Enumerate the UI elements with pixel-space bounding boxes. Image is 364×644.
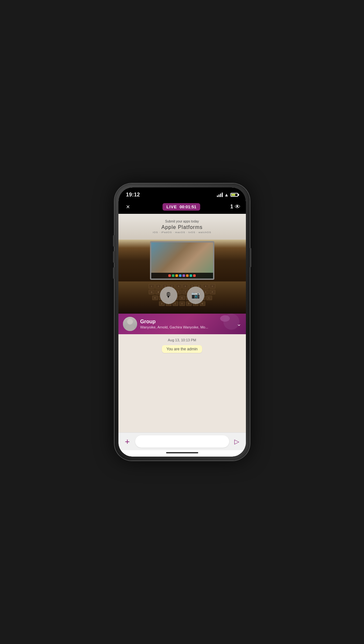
video-area: Submit your apps today Apple Platforms i… bbox=[118, 214, 246, 314]
live-viewers: 1 👁 bbox=[230, 204, 241, 210]
mic-icon: 🎙 bbox=[165, 291, 172, 299]
eye-icon: 👁 bbox=[235, 204, 240, 210]
signal-icon bbox=[217, 193, 223, 197]
group-avatar bbox=[123, 317, 137, 331]
header-decoration-2 bbox=[223, 314, 239, 330]
close-button[interactable]: × bbox=[124, 202, 133, 211]
camera-flip-button[interactable]: 📷 bbox=[187, 287, 204, 304]
dock-icon bbox=[175, 274, 178, 277]
dock-icon bbox=[182, 274, 185, 277]
camera-flip-icon: 📷 bbox=[191, 291, 200, 299]
battery-icon bbox=[230, 193, 238, 197]
dock-bar bbox=[151, 273, 213, 279]
avatar-person bbox=[123, 317, 137, 331]
dock-icon bbox=[168, 274, 171, 277]
admin-badge: You are the admin bbox=[162, 345, 202, 353]
website-title: Apple Platforms bbox=[162, 224, 203, 230]
group-name: Group bbox=[140, 319, 233, 325]
home-indicator bbox=[118, 450, 246, 457]
wifi-icon: ▲ bbox=[224, 192, 229, 197]
dock-icon bbox=[193, 274, 196, 277]
phone-device: 19:12 ▲ × LIVE bbox=[115, 184, 250, 460]
status-icons: ▲ bbox=[217, 192, 238, 197]
group-members: Wanyoike, Arnold, Gachira Wanyoike, Mo..… bbox=[140, 325, 233, 329]
dock-icon bbox=[172, 274, 174, 277]
website-preview: Submit your apps today Apple Platforms i… bbox=[118, 214, 246, 240]
dock-icon bbox=[190, 274, 192, 277]
dock-icon bbox=[186, 274, 189, 277]
viewer-count: 1 bbox=[230, 204, 233, 210]
status-time: 19:12 bbox=[126, 192, 140, 198]
screen: 19:12 ▲ × LIVE bbox=[118, 187, 246, 457]
live-badge-container: LIVE 00:01:51 bbox=[163, 203, 200, 211]
add-button[interactable]: + bbox=[122, 436, 133, 447]
date-label: Aug 13, 10:13 PM bbox=[124, 338, 241, 342]
group-info: Group Wanyoike, Arnold, Gachira Wanyoike… bbox=[140, 319, 233, 329]
home-bar bbox=[166, 452, 198, 453]
website-subtitle: iOS · iPadOS · macOS · tvOS · watchOS bbox=[153, 231, 211, 234]
chat-section: Group Wanyoike, Arnold, Gachira Wanyoike… bbox=[118, 314, 246, 457]
website-top-text: Submit your apps today bbox=[165, 220, 199, 223]
laptop-area bbox=[118, 240, 246, 281]
live-badge: LIVE bbox=[166, 204, 177, 209]
notch bbox=[161, 187, 203, 197]
admin-notification: You are the admin bbox=[124, 345, 241, 353]
input-bar: + ▷ bbox=[118, 432, 246, 450]
avatar-body bbox=[126, 325, 135, 331]
status-bar: 19:12 ▲ bbox=[118, 187, 246, 200]
mic-button[interactable]: 🎙 bbox=[160, 287, 177, 304]
laptop-screen bbox=[150, 241, 214, 280]
avatar-head bbox=[127, 319, 133, 325]
live-timer: 00:01:51 bbox=[180, 204, 196, 209]
send-button[interactable]: ▷ bbox=[232, 436, 242, 447]
broadcast-controls: 🎙 📷 bbox=[118, 287, 246, 304]
live-header: × LIVE 00:01:51 1 👁 bbox=[118, 200, 246, 214]
messages-area: Aug 13, 10:13 PM You are the admin bbox=[118, 334, 246, 432]
phone-screen-container: 19:12 ▲ × LIVE bbox=[118, 187, 246, 457]
group-header[interactable]: Group Wanyoike, Arnold, Gachira Wanyoike… bbox=[118, 314, 246, 334]
message-input[interactable] bbox=[135, 435, 229, 448]
battery-fill bbox=[231, 194, 236, 196]
dock-icon bbox=[179, 274, 182, 277]
